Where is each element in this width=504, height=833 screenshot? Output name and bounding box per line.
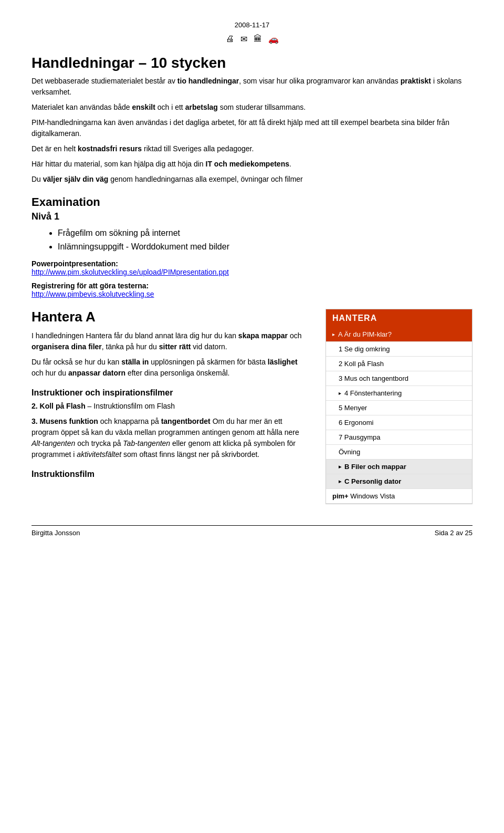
hantera-para2: Du får också se hur du kan ställa in upp… xyxy=(32,357,310,379)
sidebar-item-a-label: A Är du PIM-klar? xyxy=(338,330,392,338)
arrow-icon-b: ▸ xyxy=(339,464,341,470)
examination-title: Examination xyxy=(32,195,472,209)
pp-link[interactable]: http://www.pim.skolutveckling.se/upload/… xyxy=(32,268,229,276)
print-icon[interactable]: 🖨 xyxy=(226,34,234,44)
pp-section: Powerpointpresentation: http://www.pim.s… xyxy=(32,259,472,276)
intro-para-2: Materialet kan användas både enskilt och… xyxy=(32,102,472,113)
reg-section: Registrering för att göra testerna: http… xyxy=(32,282,472,298)
menu-header: HANTERA xyxy=(326,309,472,327)
footer-author: Birgitta Jonsson xyxy=(32,529,80,537)
intro-para-4: Det är en helt kostnadsfri resurs riktad… xyxy=(32,143,472,154)
sidebar-item-c[interactable]: ▸ C Personlig dator xyxy=(326,474,472,489)
sidebar-item-6[interactable]: 6 Ergonomi xyxy=(326,415,472,430)
sidebar-item-pimplus-label: pim+ Windows Vista xyxy=(332,492,395,500)
footer: Birgitta Jonsson Sida 2 av 25 xyxy=(32,525,472,537)
sidebar-item-6-label: 6 Ergonomi xyxy=(339,419,373,426)
sidebar-item-4-label: 4 Fönsterhantering xyxy=(344,389,402,397)
building-icon: 🏛 xyxy=(254,34,262,44)
sidebar-item-3[interactable]: 3 Mus och tangentbord xyxy=(326,371,472,386)
arrow-icon-4: ▸ xyxy=(339,390,341,396)
intro-para-1: Det webbaserade studiematerialet består … xyxy=(32,76,472,98)
sidebar-item-5[interactable]: 5 Menyer xyxy=(326,401,472,415)
reg-link[interactable]: http://www.pimbevis.skolutveckling.se xyxy=(32,290,154,298)
sidebar-item-c-label: C Personlig dator xyxy=(344,477,401,485)
instr3-label: Instruktionsfilm xyxy=(32,470,310,479)
page: 2008-11-17 🖨 ✉ 🏛 🚗 Handledningar – 10 st… xyxy=(0,0,504,568)
sidebar-item-b[interactable]: ▸ B Filer och mappar xyxy=(326,460,472,474)
email-icon[interactable]: ✉ xyxy=(240,34,247,44)
bullet-item-1: Frågefilm om sökning på internet xyxy=(58,226,472,240)
reg-label: Registrering för att göra testerna: xyxy=(32,282,149,290)
instr1: 2. Koll på Flash – Instruktionsfilm om F… xyxy=(32,401,310,412)
main-title: Handledningar – 10 stycken xyxy=(32,55,472,71)
sidebar-item-pimplus[interactable]: pim+ Windows Vista xyxy=(326,489,472,504)
footer-page: Sida 2 av 25 xyxy=(435,529,472,537)
car-icon: 🚗 xyxy=(268,34,279,44)
header-icons: 🖨 ✉ 🏛 🚗 xyxy=(32,34,472,44)
sidebar-item-2-label: 2 Koll på Flash xyxy=(339,360,384,368)
sidebar-item-1-label: 1 Se dig omkring xyxy=(339,345,390,353)
pp-label: Powerpointpresentation: xyxy=(32,259,118,268)
sidebar-item-a[interactable]: ▸ A Är du PIM-klar? xyxy=(326,327,472,342)
sidebar-item-5-label: 5 Menyer xyxy=(339,404,367,412)
header-date: 2008-11-17 xyxy=(32,21,472,29)
arrow-icon-c: ▸ xyxy=(339,478,341,484)
sidebar-menu: HANTERA ▸ A Är du PIM-klar? 1 Se dig omk… xyxy=(326,309,472,504)
examination-bullets: Frågefilm om sökning på internet Inlämni… xyxy=(58,226,472,253)
intro-para-6: Du väljer själv din väg genom handlednin… xyxy=(32,174,472,185)
instr-title: Instruktioner och inspirationsfilmer xyxy=(32,388,310,398)
hantera-section: Hantera A I handledningen Hantera får du… xyxy=(32,309,472,504)
level-title: Nivå 1 xyxy=(32,211,472,222)
sidebar-item-b-label: B Filer och mappar xyxy=(344,463,406,471)
sidebar-item-7-label: 7 Pausgympa xyxy=(339,433,381,441)
instr2: 3. Musens funktion och knapparna på tang… xyxy=(32,416,310,460)
bullet-item-2: Inlämningsuppgift - Worddokument med bil… xyxy=(58,240,472,254)
sidebar-item-ovning[interactable]: Övning xyxy=(326,445,472,460)
hantera-big-title: Hantera A xyxy=(32,309,310,325)
intro-para-5: Här hittar du material, som kan hjälpa d… xyxy=(32,159,472,170)
sidebar-item-1[interactable]: 1 Se dig omkring xyxy=(326,342,472,357)
arrow-icon-a: ▸ xyxy=(332,331,335,337)
sidebar-item-7[interactable]: 7 Pausgympa xyxy=(326,430,472,445)
sidebar-item-3-label: 3 Mus och tangentbord xyxy=(339,374,408,382)
intro-para-3: PIM-handledningarna kan även användas i … xyxy=(32,117,472,139)
sidebar-item-2[interactable]: 2 Koll på Flash xyxy=(326,357,472,371)
hantera-intro: I handledningen Hantera får du bland ann… xyxy=(32,330,310,352)
sidebar-item-ovning-label: Övning xyxy=(339,448,360,456)
hantera-left: Hantera A I handledningen Hantera får du… xyxy=(32,309,310,504)
sidebar-item-4[interactable]: ▸ 4 Fönsterhantering xyxy=(326,386,472,401)
date-label: 2008-11-17 xyxy=(235,21,270,29)
